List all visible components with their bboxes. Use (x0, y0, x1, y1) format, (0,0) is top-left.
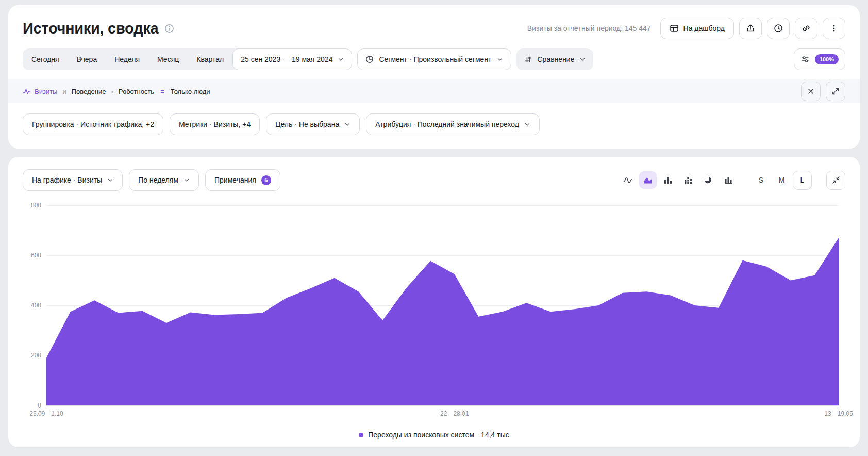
condition-group[interactable]: Поведение (72, 88, 106, 95)
on-chart-label: На графике · Визиты (32, 176, 102, 184)
period-group: Сегодня Вчера Неделя Месяц Квартал 25 се… (23, 48, 352, 70)
y-axis-labels: 0200400600800 (23, 205, 46, 405)
segment-pie-icon (365, 55, 374, 63)
visits-summary: Визиты за отчётный период: 145 447 (527, 24, 651, 32)
compare-label: Сравнение (538, 55, 575, 63)
period-toolbar: Сегодня Вчера Неделя Месяц Квартал 25 се… (8, 39, 860, 70)
size-s-button[interactable]: S (752, 171, 771, 190)
header-actions: Визиты за отчётный период: 145 447 На да… (527, 18, 845, 39)
notes-label: Примечания (214, 176, 256, 184)
segment-condition-bar: Визиты и Поведение › Роботность = Только… (8, 79, 860, 103)
link-icon (802, 24, 811, 33)
grouping-chip-label: Группировка · Источник трафика, +2 (32, 120, 154, 128)
condition-value[interactable]: Только люди (171, 88, 210, 95)
condition-separator: › (111, 88, 113, 95)
stacked-chart-icon[interactable] (679, 171, 697, 189)
chevron-down-icon (107, 177, 113, 183)
clear-segment-button[interactable] (801, 82, 821, 101)
history-button[interactable] (767, 18, 790, 39)
legend-value: 14,4 тыс (481, 431, 509, 439)
metrics-chip-label: Метрики · Визиты, +4 (179, 120, 251, 128)
period-quarter[interactable]: Квартал (188, 48, 232, 70)
compare-selector[interactable]: Сравнение (516, 48, 594, 70)
chevron-down-icon (497, 56, 503, 62)
clock-icon (774, 24, 783, 33)
notes-count-badge: 5 (261, 175, 271, 185)
expand-icon (831, 87, 840, 95)
segment-selector[interactable]: Сегмент · Произвольный сегмент (357, 48, 511, 70)
goal-chip[interactable]: Цель · Не выбрана (266, 113, 360, 135)
attribution-chip[interactable]: Атрибуция · Последний значимый переход (366, 113, 540, 135)
legend-dot (359, 433, 363, 437)
legend-label: Переходы из поисковых систем (368, 431, 474, 439)
segment-bar-actions (801, 82, 845, 101)
dashboard-button-label: На дашборд (683, 24, 725, 32)
collapse-icon (832, 176, 840, 184)
granularity-selector[interactable]: По неделям (129, 169, 199, 191)
period-week[interactable]: Неделя (106, 48, 148, 70)
period-today[interactable]: Сегодня (23, 48, 68, 70)
chart-card: На графике · Визиты По неделям Примечани… (8, 157, 860, 447)
report-filters: Группировка · Источник трафика, +2 Метри… (8, 103, 860, 135)
chevron-down-icon (344, 121, 350, 127)
condition-operator: = (159, 88, 165, 95)
chart-legend[interactable]: Переходы из поисковых систем 14,4 тыс (8, 431, 860, 439)
summary-card: Источники, сводка Визиты за отчётный пер… (8, 5, 860, 149)
condition-name[interactable]: Роботность (119, 88, 154, 95)
compare-icon (524, 55, 532, 63)
segment-conjunction: и (62, 88, 66, 95)
chevron-down-icon (183, 177, 190, 183)
period-yesterday[interactable]: Вчера (68, 48, 106, 70)
collapse-chart-button[interactable] (826, 171, 845, 190)
line-chart-icon[interactable] (619, 171, 637, 189)
chevron-down-icon (338, 56, 344, 62)
chevron-down-icon (524, 121, 530, 127)
share-link-button[interactable] (795, 18, 817, 39)
sampling-badge: 100% (815, 54, 839, 64)
chart-size-group: S M L (752, 171, 812, 190)
chart-type-group (619, 171, 737, 189)
kebab-icon (829, 24, 839, 33)
chevron-down-icon (579, 56, 586, 62)
attribution-chip-label: Атрибуция · Последний значимый переход (375, 120, 519, 128)
period-month[interactable]: Месяц (148, 48, 188, 70)
expand-segment-button[interactable] (826, 82, 845, 101)
area-series (46, 205, 839, 405)
columns-chart-icon[interactable] (720, 171, 737, 189)
page-title: Источники, сводка (23, 20, 158, 37)
segment-metric[interactable]: Визиты (23, 87, 57, 95)
date-range-picker[interactable]: 25 сен 2023 — 19 мая 2024 (232, 48, 352, 70)
info-icon[interactable] (164, 24, 174, 34)
page-header: Источники, сводка Визиты за отчётный пер… (8, 5, 860, 39)
more-menu-button[interactable] (823, 18, 845, 39)
pie-chart-icon[interactable] (699, 171, 717, 189)
close-icon (807, 87, 815, 95)
x-axis-labels: 25.09—1.1022—28.0113—19.05 (46, 410, 839, 420)
dashboard-button[interactable]: На дашборд (660, 18, 734, 39)
area-chart[interactable] (46, 205, 839, 405)
metric-icon (23, 87, 31, 95)
sampling-control[interactable]: 100% (794, 48, 845, 70)
sliders-icon (800, 55, 810, 64)
segment-label: Сегмент · Произвольный сегмент (379, 55, 491, 63)
area-chart-icon[interactable] (639, 171, 657, 189)
export-icon (746, 24, 755, 33)
export-button[interactable] (739, 18, 762, 39)
goal-chip-label: Цель · Не выбрана (275, 120, 339, 128)
chart-controls: На графике · Визиты По неделям Примечани… (8, 169, 860, 191)
notes-button[interactable]: Примечания 5 (205, 169, 280, 191)
metrics-chip[interactable]: Метрики · Визиты, +4 (170, 113, 260, 135)
date-range-label: 25 сен 2023 — 19 мая 2024 (241, 55, 332, 63)
size-m-button[interactable]: M (772, 171, 791, 190)
bar-chart-icon[interactable] (659, 171, 677, 189)
size-l-button[interactable]: L (793, 171, 812, 190)
grouping-chip[interactable]: Группировка · Источник трафика, +2 (23, 113, 163, 135)
granularity-label: По неделям (138, 176, 178, 184)
on-chart-selector[interactable]: На графике · Визиты (23, 169, 123, 191)
chart-plot-row: 0200400600800 (8, 205, 860, 405)
dashboard-icon (670, 24, 679, 33)
segment-metric-label: Визиты (35, 88, 57, 95)
